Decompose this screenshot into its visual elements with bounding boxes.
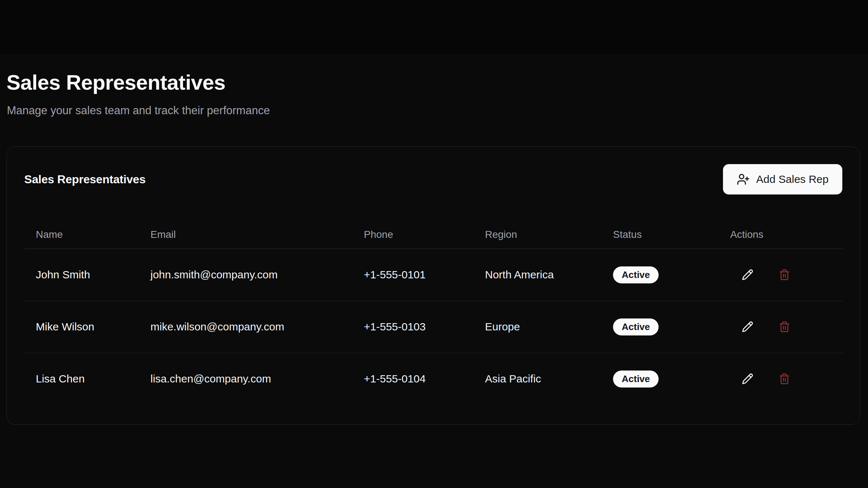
status-badge: Active bbox=[613, 371, 659, 388]
delete-button[interactable] bbox=[777, 267, 792, 282]
rep-name: John Smith bbox=[24, 249, 139, 301]
rep-phone: +1-555-0101 bbox=[352, 249, 473, 301]
rep-name: Mike Wilson bbox=[24, 301, 139, 353]
table-header-row: Name Email Phone Region Status Actions bbox=[24, 221, 843, 249]
rep-region: North America bbox=[473, 249, 601, 301]
card-header: Sales Representatives Add Sales Rep bbox=[24, 164, 842, 194]
column-header-name: Name bbox=[24, 221, 139, 249]
page-title: Sales Representatives bbox=[7, 70, 225, 94]
column-header-phone: Phone bbox=[352, 221, 473, 249]
rep-region: Asia Pacific bbox=[473, 353, 601, 405]
rep-email: john.smith@company.com bbox=[139, 249, 352, 301]
table-row: John Smith john.smith@company.com +1-555… bbox=[24, 249, 843, 301]
page-background: Sales Representatives Manage your sales … bbox=[0, 54, 868, 488]
trash-icon bbox=[779, 373, 790, 385]
card-title: Sales Representatives bbox=[24, 173, 146, 186]
trash-icon bbox=[779, 269, 790, 281]
rep-email: lisa.chen@company.com bbox=[139, 353, 352, 405]
user-plus-icon bbox=[737, 173, 750, 186]
column-header-region: Region bbox=[473, 221, 601, 249]
row-actions bbox=[740, 267, 843, 282]
column-header-status: Status bbox=[601, 221, 719, 249]
row-actions bbox=[740, 372, 843, 386]
delete-button[interactable] bbox=[777, 372, 792, 386]
pencil-icon bbox=[742, 373, 753, 385]
sales-reps-table: Name Email Phone Region Status Actions J… bbox=[24, 221, 842, 405]
top-band bbox=[0, 0, 868, 54]
trash-icon bbox=[779, 321, 790, 333]
column-header-email: Email bbox=[139, 221, 352, 249]
edit-button[interactable] bbox=[740, 267, 755, 282]
edit-button[interactable] bbox=[740, 320, 755, 334]
page-subtitle: Manage your sales team and track their p… bbox=[7, 104, 270, 117]
pencil-icon bbox=[742, 321, 753, 333]
rep-region: Europe bbox=[473, 301, 601, 353]
rep-name: Lisa Chen bbox=[24, 353, 139, 405]
edit-button[interactable] bbox=[740, 372, 755, 386]
column-header-actions: Actions bbox=[719, 221, 843, 249]
delete-button[interactable] bbox=[777, 320, 792, 334]
add-sales-rep-label: Add Sales Rep bbox=[756, 173, 829, 185]
add-sales-rep-button[interactable]: Add Sales Rep bbox=[723, 164, 842, 194]
table-row: Mike Wilson mike.wilson@company.com +1-5… bbox=[24, 301, 843, 353]
row-actions bbox=[740, 320, 843, 334]
rep-phone: +1-555-0103 bbox=[352, 301, 473, 353]
rep-phone: +1-555-0104 bbox=[352, 353, 473, 405]
sales-reps-card: Sales Representatives Add Sales Rep bbox=[7, 146, 860, 425]
table-row: Lisa Chen lisa.chen@company.com +1-555-0… bbox=[24, 353, 843, 405]
rep-email: mike.wilson@company.com bbox=[139, 301, 352, 353]
status-badge: Active bbox=[613, 318, 659, 335]
pencil-icon bbox=[742, 269, 753, 281]
status-badge: Active bbox=[613, 266, 659, 283]
